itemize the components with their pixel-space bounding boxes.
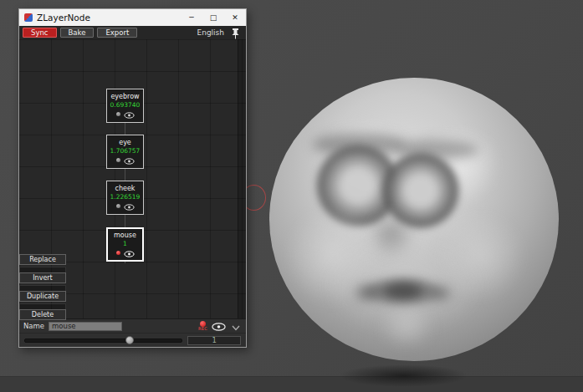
close-button[interactable]: ✕ <box>224 9 246 26</box>
slider-value-box[interactable]: 1 <box>187 336 241 345</box>
layer-node-cheek[interactable]: cheek 1.226519 <box>106 181 144 215</box>
duplicate-button[interactable]: Duplicate <box>19 291 66 302</box>
eye-icon[interactable] <box>124 152 135 168</box>
panel-scrollbar[interactable] <box>238 39 246 318</box>
bake-button[interactable]: Bake <box>60 28 95 38</box>
app-icon <box>24 13 33 22</box>
node-name: eyebrow <box>110 94 139 101</box>
pin-icon[interactable] <box>230 27 241 38</box>
window-title: ZLayerNode <box>37 13 181 23</box>
sculpt-chin <box>371 305 442 345</box>
sync-button[interactable]: Sync <box>23 28 57 38</box>
node-name: cheek <box>115 186 136 193</box>
rec-icon[interactable] <box>116 251 120 255</box>
sculpt-sphere[interactable] <box>269 78 559 361</box>
invert-button[interactable]: Invert <box>19 272 66 283</box>
eye-icon[interactable] <box>124 245 135 261</box>
delete-button[interactable]: Delete <box>19 309 66 320</box>
eye-icon[interactable] <box>212 318 226 334</box>
window-titlebar[interactable]: ZLayerNode ─ □ ✕ <box>19 9 246 26</box>
intensity-slider[interactable] <box>24 339 182 343</box>
minimize-button[interactable]: ─ <box>181 9 202 26</box>
slider-handle[interactable] <box>125 336 134 344</box>
name-label: Name <box>23 322 44 330</box>
layer-ball-icon[interactable] <box>116 112 120 116</box>
layer-node-eye[interactable]: eye 1.706757 <box>106 135 144 169</box>
eye-icon[interactable] <box>124 198 135 214</box>
name-bar: Name mouse REC <box>19 318 246 333</box>
chevron-down-icon[interactable] <box>232 318 240 334</box>
sculpt-mouth-corner-left <box>356 285 380 300</box>
layer-node-eyebrow[interactable]: eyebrow 0.693740 <box>106 89 144 123</box>
intensity-slider-bar: 1 <box>19 333 246 347</box>
node-name: eye <box>119 140 131 147</box>
eye-icon[interactable] <box>124 106 135 122</box>
export-button[interactable]: Export <box>97 28 137 38</box>
layer-ball-icon[interactable] <box>116 204 120 208</box>
viewport-floor <box>0 376 583 392</box>
sculpt-mouth-corner-right <box>428 287 450 300</box>
node-name: mouse <box>114 232 136 240</box>
maximize-button[interactable]: □ <box>202 9 224 26</box>
layer-name-input[interactable]: mouse <box>49 322 122 331</box>
ground-shadow <box>339 364 468 387</box>
toolbar: Sync Bake Export English <box>19 26 246 40</box>
language-label[interactable]: English <box>197 28 225 37</box>
layer-ball-icon[interactable] <box>116 158 120 162</box>
rec-label: REC <box>198 327 207 331</box>
zlayernode-window: ZLayerNode ─ □ ✕ Sync Bake Export Englis… <box>18 8 247 348</box>
rec-icon[interactable]: REC <box>198 321 207 331</box>
layer-node-mouse[interactable]: mouse 1 <box>106 227 144 262</box>
replace-button[interactable]: Replace <box>19 254 66 265</box>
